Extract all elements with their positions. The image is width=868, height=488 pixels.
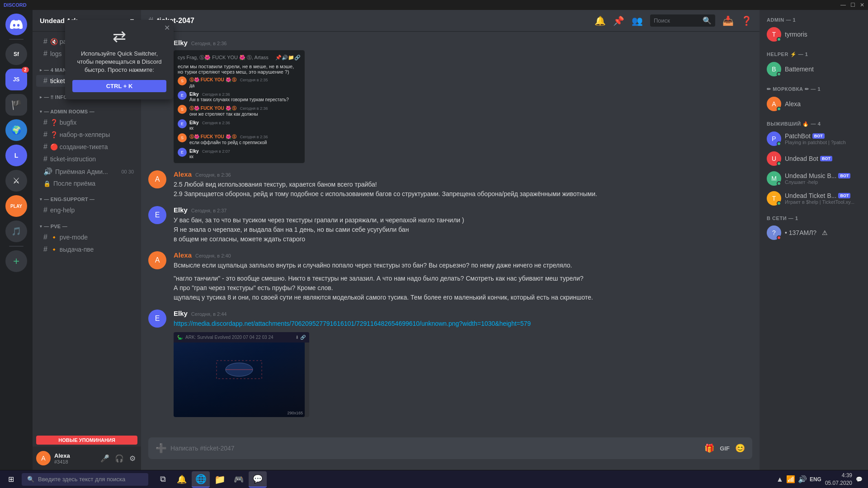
quick-switcher-text: Используйте Quick Switcher, чтобы переме…	[72, 50, 166, 75]
server-icon-undead-ark[interactable]: 🏴	[5, 94, 27, 116]
search-bar[interactable]: 🔍	[650, 14, 715, 27]
member-alexa[interactable]: A Alexa	[763, 94, 864, 114]
gift-icon[interactable]: 🎁	[704, 443, 714, 453]
channel-vydacha-pve[interactable]: # 🔸 выдача-пве	[36, 244, 137, 255]
discord-app[interactable]: 💬	[249, 471, 267, 488]
taskview-button[interactable]: ⧉	[154, 471, 172, 488]
add-server-button[interactable]: +	[5, 250, 27, 272]
embed-text-3: они же стреляют так как должны	[189, 112, 268, 117]
chrome-app[interactable]: 🌐	[192, 471, 210, 488]
discord-media-link[interactable]: https://media.discordapp.net/attachments…	[174, 320, 531, 327]
message-input-area: ➕ 🎁 GIF 😊	[141, 437, 760, 470]
server-icon-6[interactable]: ⚔	[5, 170, 27, 192]
new-mentions-button[interactable]: НОВЫЕ УПОМИНАНИЯ	[36, 436, 137, 445]
server-icon-7[interactable]: PLAY	[5, 195, 27, 217]
channel-bugfix[interactable]: # ❓ bugfix	[36, 117, 137, 128]
message-author-elky: Elky	[174, 39, 188, 47]
mute-button[interactable]: 🎤	[99, 452, 111, 465]
lock-icon: 🔒	[43, 180, 51, 187]
clock-date: 05.07.2020	[825, 479, 852, 487]
server-icon-4[interactable]: 🌍	[5, 119, 27, 141]
member-undead-ticket[interactable]: T Undead Ticket B... BOT Играет в $help …	[763, 188, 864, 208]
deafen-button[interactable]: 🎧	[113, 452, 126, 465]
server-icon-home[interactable]	[5, 14, 27, 35]
server-icon-8[interactable]: 🎵	[5, 221, 27, 242]
hash-icon-ticket: #	[43, 77, 47, 85]
search-icon: 🔍	[703, 16, 712, 25]
help-icon[interactable]: ❓	[741, 15, 752, 26]
message-input[interactable]	[170, 439, 701, 457]
gif-icon[interactable]: GIF	[720, 445, 730, 452]
quick-switcher-shortcut[interactable]: CTRL + K	[72, 80, 166, 92]
embed-msg-content-4: Elky Сегодня в 2:36 кк	[189, 119, 230, 131]
start-button[interactable]: ⊞	[2, 472, 20, 487]
channel-ticket-instruction[interactable]: # ticket-instruction	[36, 153, 137, 165]
settings-button[interactable]: ⚙	[127, 452, 137, 465]
status-online-undeadticket	[777, 201, 781, 206]
message-text-3c: в общем не согласны, можете ждать старог…	[174, 235, 752, 244]
member-undead-name-row: Undead Bot BOT	[785, 155, 832, 162]
bell-icon[interactable]: 🔔	[594, 15, 606, 26]
message-text-3a: У вас бан, за то что вы тусиком через те…	[174, 216, 752, 225]
inbox-icon[interactable]: 📥	[722, 15, 734, 26]
close-btn[interactable]: ✕	[860, 2, 864, 8]
message-avatar-elky-5: E	[148, 310, 166, 328]
member-battement[interactable]: B Battement	[763, 59, 864, 79]
message-group-3: E Elky Сегодня, в 2:37 У вас бан, за то …	[148, 206, 752, 244]
action-center-icon[interactable]: 💬	[856, 476, 863, 483]
member-patchbot[interactable]: P PatchBot BOT Playing in patchbot | ?pa…	[763, 129, 864, 149]
message-content-4: Alexa Сегодня, в 2:40 Всмысле если щупал…	[174, 251, 752, 302]
message-text-4a: Всмысле если щупальца заплыло внутрь и с…	[174, 261, 752, 270]
pin-icon[interactable]: 📌	[613, 15, 624, 26]
hash-icon-instruction: #	[43, 155, 47, 163]
member-tyrmoris[interactable]: T tyrmoris	[763, 24, 864, 44]
channel-name-priemnaya: Приёмная Адми...	[55, 168, 108, 175]
member-avatar-undead-ticket: T	[767, 191, 781, 206]
embed-text-1: да	[189, 83, 268, 88]
channel-name-pve: 🔸 pve-mode	[50, 234, 88, 241]
message-header-4: Alexa Сегодня, в 2:40	[174, 251, 752, 259]
bot-tag-ticket: BOT	[838, 193, 850, 198]
channel-name-instruction: ticket-instruction	[50, 155, 96, 163]
member-undead-bot[interactable]: U Undead Bot BOT	[763, 149, 864, 169]
member-avatar-undead-music: M	[767, 171, 781, 186]
chevron-icon-3: ▾	[40, 109, 42, 114]
hash-icon: #	[43, 38, 47, 46]
channel-posle[interactable]: 🔒 После приёма	[36, 178, 137, 189]
members-section-admin: ADMIN — 1	[763, 17, 864, 24]
minimize-btn[interactable]: —	[840, 2, 846, 8]
emoji-icon[interactable]: 😊	[735, 443, 745, 453]
attach-button[interactable]: ➕	[156, 437, 167, 459]
search-input[interactable]	[654, 17, 699, 24]
screenshot-header: 🦕 ARK: Survival Evolved 2020 07 04 22 03…	[174, 332, 309, 343]
members-sidebar: ADMIN — 1 T tyrmoris HELPER ⚡ — 1 B Batt…	[760, 10, 868, 470]
server-icon-5[interactable]: L	[5, 145, 27, 166]
taskbar-search[interactable]: 🔍 Введите здесь текст для поиска	[22, 473, 148, 486]
member-info-battement: Battement	[785, 66, 814, 73]
channel-eng-help[interactable]: # eng-help	[36, 204, 137, 216]
channel-helperы[interactable]: # ❓ набор-в-хелперы	[36, 129, 137, 141]
systray-arrow[interactable]: ▲	[776, 475, 783, 483]
channel-name-posle: После приёма	[53, 180, 95, 187]
message-avatar-alexa-4: A	[148, 251, 166, 269]
channel-ticket-create[interactable]: # 🔴 создание-тикета	[36, 141, 137, 153]
member-undead-music[interactable]: M Undead Music B... BOT Слушает -help	[763, 169, 864, 188]
member-137aml[interactable]: ? • 137АМЛ? ⚠	[763, 223, 864, 243]
members-section-vыzhivshiy: ВЫЖИВШИЙ 🔥 — 4	[763, 114, 864, 129]
server-icon-2[interactable]: JS 2	[5, 69, 27, 90]
member-name-battement: Battement	[785, 66, 814, 73]
user-info: Alexa #3418	[54, 452, 95, 465]
game-app[interactable]: 🎮	[230, 471, 248, 488]
quick-switcher-close[interactable]: ✕	[164, 23, 170, 32]
embed-msg-3: S Ⓢ🌺 FUCK YOU 🌺 Ⓢ Сегодня в 2:36 они же …	[178, 105, 301, 117]
message-link[interactable]: https://media.discordapp.net/attachments…	[174, 319, 752, 328]
maximize-btn[interactable]: ☐	[850, 2, 855, 8]
explorer-app[interactable]: 📁	[211, 471, 229, 488]
message-timestamp-4: Сегодня, в 2:40	[195, 253, 231, 258]
member-info-undead-music: Undead Music B... BOT Слушает -help	[785, 172, 850, 185]
members-icon[interactable]: 👥	[632, 15, 643, 26]
channel-pve-mode[interactable]: # 🔸 pve-mode	[36, 231, 137, 243]
notifications-app[interactable]: 🔔	[173, 471, 191, 488]
channel-priemnaya[interactable]: 🔊 Приёмная Адми... 00 30	[36, 165, 137, 178]
server-icon-1[interactable]: Sf	[5, 43, 27, 65]
